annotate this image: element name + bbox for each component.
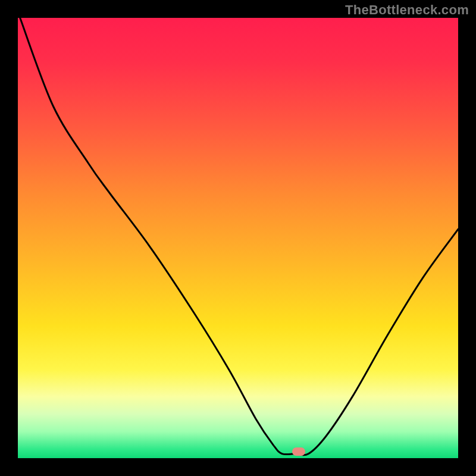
plot-area [18, 18, 458, 458]
bottleneck-curve [18, 18, 458, 458]
curve-path [20, 18, 458, 455]
optimal-point-marker [292, 447, 305, 456]
watermark-text: TheBottleneck.com [345, 2, 469, 18]
chart-stage: TheBottleneck.com [0, 0, 476, 476]
